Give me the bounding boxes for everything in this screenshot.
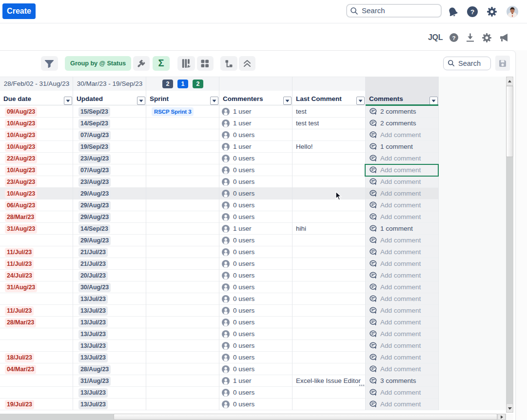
svg-text:?: ? — [452, 35, 455, 41]
svg-text:?: ? — [470, 8, 474, 16]
